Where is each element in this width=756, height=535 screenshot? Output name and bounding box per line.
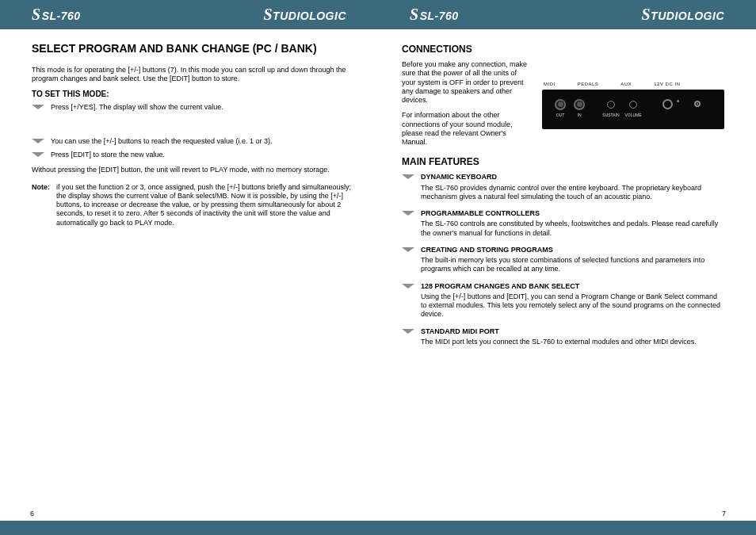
panel-group-labels: MIDI PEDALS AUX 12V DC IN <box>544 82 724 88</box>
connections-row: Before you make any connection, make sur… <box>402 60 724 153</box>
brand-text2: TUDIOLOGIC <box>651 10 724 22</box>
left-p-gap <box>32 117 354 131</box>
cap-midi-in: IN <box>570 113 589 117</box>
aux-dot-icon <box>677 100 679 102</box>
midi-in-port-icon <box>574 99 585 110</box>
aux-jack-icon <box>662 99 673 109</box>
left-sub: TO SET THIS MODE: <box>32 90 354 100</box>
feature-head: PROGRAMMABLE CONTROLLERS <box>421 209 724 218</box>
logo-s: S <box>32 6 41 24</box>
logo-s2: S <box>263 6 273 24</box>
page-number: 6 <box>30 510 34 518</box>
rear-panel: OUT IN SUSTAIN VOLUME <box>542 90 724 129</box>
dc-in-icon <box>694 101 701 107</box>
logo-s4: S <box>641 6 651 24</box>
chevron-down-icon <box>402 209 414 216</box>
step3: Press [EDIT] to store the new value. <box>51 151 354 159</box>
chevron-down-icon <box>32 137 44 143</box>
feature-item: PROGRAMMABLE CONTROLLERS The SL-760 cont… <box>421 209 724 239</box>
chevron-down-icon <box>402 282 414 289</box>
lbl-midi: MIDI <box>544 82 556 88</box>
left-page: SSL-760 STUDIOLOGIC SELECT PROGRAM AND B… <box>0 0 378 535</box>
left-content: SELECT PROGRAM AND BANK CHANGE (PC / BAN… <box>0 29 378 521</box>
step2: You can use the [+/-] buttons to reach t… <box>51 137 354 146</box>
chevron-down-icon <box>402 173 414 179</box>
feature-item: DYNAMIC KEYBOARD The SL-760 provides dyn… <box>421 173 724 203</box>
connections-title: CONNECTIONS <box>402 44 724 55</box>
chevron-down-icon <box>32 103 44 109</box>
page-spread: SSL-760 STUDIOLOGIC SELECT PROGRAM AND B… <box>0 0 756 535</box>
left-p2: Without pressing the [EDIT] button, the … <box>32 166 354 174</box>
lbl-aux: AUX <box>620 82 632 88</box>
conn-col2: REAR PANEL MIDI PEDALS AUX 12V DC IN OUT… <box>542 60 724 153</box>
sustain-jack-icon <box>607 101 615 109</box>
feature-list: DYNAMIC KEYBOARD The SL-760 provides dyn… <box>402 173 724 348</box>
step-row: Press [+/YES]. The display will show the… <box>32 103 354 112</box>
left-title: SELECT PROGRAM AND BANK CHANGE (PC / BAN… <box>32 42 354 56</box>
chevron-down-icon <box>32 151 44 157</box>
feature-item: STANDARD MIDI PORT The MIDI port lets yo… <box>421 327 724 349</box>
feature-body: Using the [+/-] buttons and [EDIT], you … <box>421 292 724 319</box>
left-footer <box>0 521 378 535</box>
model-text: SL-760 <box>42 10 81 22</box>
right-header: SSL-760 STUDIOLOGIC <box>378 0 756 29</box>
lbl-dc: 12V DC IN <box>654 82 680 88</box>
step1: Press [+/YES]. The display will show the… <box>51 103 354 112</box>
feature-head: STANDARD MIDI PORT <box>421 327 724 336</box>
lbl-ped: PEDALS <box>578 82 599 88</box>
feature-head: DYNAMIC KEYBOARD <box>421 173 724 182</box>
conn-p1: Before you make any connection, make sur… <box>402 60 531 105</box>
brand-text: TUDIOLOGIC <box>273 10 346 22</box>
note-label: Note: <box>32 183 50 227</box>
feature-row: CREATING AND STORING PROGRAMS The built-… <box>402 246 724 276</box>
feature-body: The MIDI port lets you connect the SL-76… <box>421 338 724 346</box>
page-number: 7 <box>722 510 726 518</box>
cap-midi-out: OUT <box>551 113 570 117</box>
step-row: You can use the [+/-] buttons to reach t… <box>32 137 354 146</box>
feature-body: The SL-760 controls are constituted by w… <box>421 220 724 238</box>
left-header: SSL-760 STUDIOLOGIC <box>0 0 378 29</box>
feature-head: 128 PROGRAM CHANGES AND BANK SELECT <box>421 282 724 291</box>
chevron-down-icon <box>402 246 414 252</box>
model-logo: SSL-760 <box>410 6 459 24</box>
model-text2: SL-760 <box>420 10 459 22</box>
brand-logo: STUDIOLOGIC <box>641 6 724 24</box>
right-page: SSL-760 STUDIOLOGIC CONNECTIONS Before y… <box>378 0 756 535</box>
note-text: if you set the function 2 or 3, once ass… <box>56 183 354 227</box>
right-footer <box>378 521 756 535</box>
brand-logo: STUDIOLOGIC <box>263 6 346 24</box>
feature-row: DYNAMIC KEYBOARD The SL-760 provides dyn… <box>402 173 724 203</box>
model-logo: SSL-760 <box>32 6 81 24</box>
conn-col1: Before you make any connection, make sur… <box>402 60 531 153</box>
chevron-down-icon <box>402 327 414 334</box>
feature-row: 128 PROGRAM CHANGES AND BANK SELECT Usin… <box>402 282 724 321</box>
cap-volume: VOLUME <box>621 113 645 117</box>
cap-sustain: SUSTAIN <box>599 113 623 117</box>
feature-head: CREATING AND STORING PROGRAMS <box>421 246 724 254</box>
features-title: MAIN FEATURES <box>402 156 724 168</box>
feature-row: PROGRAMMABLE CONTROLLERS The SL-760 cont… <box>402 209 724 239</box>
note-block: Note: if you set the function 2 or 3, on… <box>32 183 354 227</box>
feature-item: CREATING AND STORING PROGRAMS The built-… <box>421 246 724 276</box>
left-p1: This mode is for operating the [+/-] but… <box>32 66 354 84</box>
midi-out-port-icon <box>555 99 566 110</box>
feature-item: 128 PROGRAM CHANGES AND BANK SELECT Usin… <box>421 282 724 321</box>
conn-p2: For information about the other connecti… <box>402 111 531 147</box>
step-row: Press [EDIT] to store the new value. <box>32 151 354 159</box>
feature-row: STANDARD MIDI PORT The MIDI port lets yo… <box>402 327 724 349</box>
logo-s3: S <box>410 6 419 24</box>
feature-body: The built-in memory lets you store combi… <box>421 256 724 274</box>
right-content: CONNECTIONS Before you make any connecti… <box>378 29 756 521</box>
volume-jack-icon <box>629 101 637 109</box>
feature-body: The SL-760 provides dynamic control over… <box>421 184 724 202</box>
